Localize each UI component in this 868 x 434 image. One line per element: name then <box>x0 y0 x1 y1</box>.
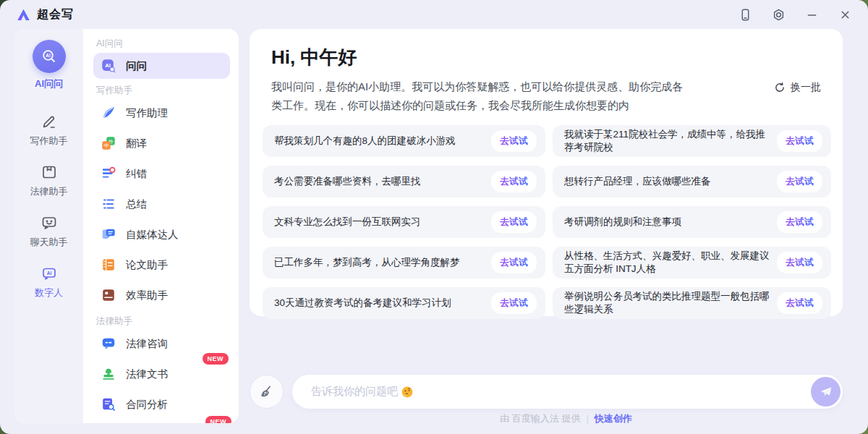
left-panel: AI AI问问 写作助手 <box>14 29 239 423</box>
rail-item-label: 聊天助手 <box>30 236 68 249</box>
quill-icon <box>101 105 116 121</box>
suggestion-card[interactable]: 帮我策划几个有趣的8人的团建破冰小游戏 去试试 <box>263 125 545 157</box>
rail-item-label: 法律助手 <box>30 185 68 198</box>
message-input[interactable]: 告诉我你的问题吧 <box>292 375 843 409</box>
rail-item-chat[interactable]: 聊天助手 <box>30 213 68 249</box>
suggestion-card[interactable]: 我就读于某211院校社会学，成绩中等，给我推荐考研院校 去试试 <box>553 125 831 157</box>
provider-text: 由 百度输入法 提供 <box>500 413 580 424</box>
rail-item-digital-human[interactable]: AI 数字人 <box>35 264 63 299</box>
intro-text: 我叫问问，是你的AI小助理。我可以为你答疑解惑，也可以给你提供灵感、助你完成各类… <box>271 77 685 115</box>
mobile-icon[interactable] <box>738 7 752 22</box>
menu-item-label: 合同分析 <box>126 398 168 412</box>
ai-search-badge-icon: AI <box>101 58 116 74</box>
card-text: 考公需要准备哪些资料，去哪里找 <box>274 175 484 188</box>
menu-item-proofread[interactable]: 纠错 <box>93 159 230 188</box>
try-it-button[interactable]: 去试试 <box>777 252 822 273</box>
suggestion-card[interactable]: 30天通过教资考试的备考建议和学习计划 去试试 <box>263 287 545 319</box>
footer: 由 百度输入法 提供|快速创作 <box>289 412 843 425</box>
send-button[interactable] <box>811 377 841 407</box>
close-icon[interactable] <box>838 7 852 22</box>
menu-item-summarize[interactable]: 总结 <box>93 190 230 218</box>
try-it-button[interactable]: 去试试 <box>491 171 537 192</box>
menu-item-label: 写作助理 <box>126 106 168 120</box>
menu-item-translate[interactable]: 外 中 翻译 <box>93 129 230 158</box>
rail-item-ai-qa[interactable]: AI AI问问 <box>33 40 66 90</box>
menu-item-wenwen[interactable]: AI 问问 <box>93 53 230 79</box>
menu-item-label: 翻译 <box>126 137 147 150</box>
hero-panel: Hi, 中午好 我叫问问，是你的AI小助理。我可以为你答疑解惑，也可以给你提供灵… <box>250 29 843 316</box>
card-text: 已工作多年，梦到高考，从心理学角度解梦 <box>274 256 484 269</box>
try-it-button[interactable]: 去试试 <box>491 252 537 273</box>
try-it-button[interactable]: 去试试 <box>777 130 822 152</box>
menu-section-header: AI问问 <box>96 38 230 50</box>
try-it-button[interactable]: 去试试 <box>491 130 537 152</box>
menu-item-media-expert[interactable]: 自媒体达人 <box>93 220 230 249</box>
menu-item-writing-assistant[interactable]: 写作助理 <box>93 98 230 127</box>
window-controls <box>738 7 852 22</box>
card-text: 文科专业怎么找到一份互联网实习 <box>274 216 484 229</box>
menu-section-header: 法律助手 <box>96 315 230 328</box>
titlebar: 超会写 <box>0 0 868 29</box>
greeting-title: Hi, 中午好 <box>271 45 821 70</box>
translate-icon: 外 中 <box>101 135 116 151</box>
media-chat-icon <box>101 226 116 242</box>
menu-section-header: 写作助手 <box>96 85 230 97</box>
suggestion-card[interactable]: 文科专业怎么找到一份互联网实习 去试试 <box>263 206 545 238</box>
try-it-button[interactable]: 去试试 <box>777 171 822 192</box>
menu-item-legal-doc[interactable]: NEW 法律文书 <box>93 359 230 388</box>
card-text: 我就读于某211院校社会学，成绩中等，给我推荐考研院校 <box>564 128 770 154</box>
footer-divider: | <box>586 413 588 424</box>
summary-list-icon <box>101 196 116 212</box>
refresh-batch-button[interactable]: 换一批 <box>774 81 821 94</box>
menu-item-label: 自媒体达人 <box>126 228 179 242</box>
app-title: 超会写 <box>37 7 74 22</box>
menu-item-label: 纠错 <box>126 167 147 181</box>
input-placeholder: 告诉我你的问题吧 <box>311 385 414 399</box>
rail-item-legal[interactable]: 法律助手 <box>30 163 68 198</box>
new-badge: NEW <box>205 416 232 423</box>
card-text: 想转行产品经理，应该做哪些准备 <box>564 175 770 188</box>
paper-plane-icon <box>819 385 833 399</box>
settings-icon[interactable] <box>771 7 786 22</box>
refresh-label: 换一批 <box>791 81 821 94</box>
bookmark-box-icon <box>41 163 58 182</box>
menu-item-paper-assistant[interactable]: 论文助手 <box>93 250 230 279</box>
brand: 超会写 <box>16 7 74 22</box>
menu-item-label: 论文助手 <box>126 258 168 272</box>
paper-book-icon <box>101 257 116 273</box>
clear-chat-button[interactable] <box>250 375 284 409</box>
menu-item-efficiency-assistant[interactable]: 效率助手 <box>93 281 230 310</box>
card-text: 帮我策划几个有趣的8人的团建破冰小游戏 <box>274 135 484 148</box>
suggestion-card[interactable]: 举例说明公务员考试的类比推理题型一般包括哪些逻辑关系 去试试 <box>553 287 831 319</box>
menu-item-label: 效率助手 <box>126 289 168 302</box>
rail-item-label: 数字人 <box>35 286 63 299</box>
try-it-button[interactable]: 去试试 <box>491 211 537 233</box>
try-it-button[interactable]: 去试试 <box>491 292 537 314</box>
suggestion-card[interactable]: 想转行产品经理，应该做哪些准备 去试试 <box>553 166 831 197</box>
refresh-icon <box>774 82 786 93</box>
app-window: 超会写 <box>0 0 868 434</box>
minimize-icon[interactable] <box>804 7 819 22</box>
menu-item-contract-analysis[interactable]: 合同分析 <box>93 390 230 419</box>
suggestion-cards: 帮我策划几个有趣的8人的团建破冰小游戏 去试试 我就读于某211院校社会学，成绩… <box>261 125 831 319</box>
stamp-icon <box>101 366 116 382</box>
nav-rail: AI AI问问 写作助手 <box>14 29 83 423</box>
rail-item-label: 写作助手 <box>30 135 68 148</box>
chat-bubble-icon <box>101 336 116 352</box>
svg-text:中: 中 <box>104 143 109 149</box>
id-card-icon <box>101 287 116 303</box>
suggestion-card[interactable]: 考公需要准备哪些资料，去哪里找 去试试 <box>263 166 545 197</box>
suggestion-card[interactable]: 考研调剂的规则和注意事项 去试试 <box>553 206 831 238</box>
try-it-button[interactable]: 去试试 <box>777 211 822 233</box>
rail-item-writing[interactable]: 写作助手 <box>30 112 68 148</box>
try-it-button[interactable]: 去试试 <box>777 292 822 314</box>
app-logo-icon <box>16 7 31 22</box>
suggestion-card[interactable]: 已工作多年，梦到高考，从心理学角度解梦 去试试 <box>263 247 545 278</box>
menu-item-label: 法律咨询 <box>126 337 168 351</box>
suggestion-card[interactable]: 从性格、生活方式、兴趣爱好、职业、发展建议五方面分析 INTJ人格 去试试 <box>553 247 831 278</box>
ai-search-icon: AI <box>33 40 66 73</box>
card-text: 从性格、生活方式、兴趣爱好、职业、发展建议五方面分析 INTJ人格 <box>564 250 770 276</box>
quick-create-link[interactable]: 快速创作 <box>595 413 632 424</box>
svg-text:AI: AI <box>105 62 111 69</box>
menu-item-label: 总结 <box>126 197 147 211</box>
